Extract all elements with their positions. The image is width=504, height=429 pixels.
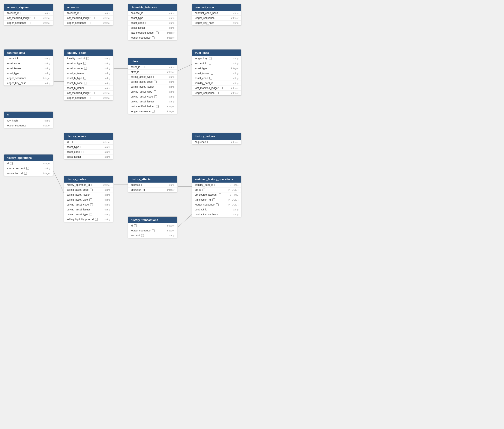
column-name: selling_asset_type: [131, 75, 156, 78]
column-name: address: [131, 183, 144, 187]
key-icon: [154, 80, 157, 83]
column-name: liquidity_pool_id: [195, 183, 217, 187]
table-row: liquidity_pool_idSTRING: [192, 183, 241, 188]
column-type: integer: [167, 71, 174, 73]
key-icon: [216, 203, 219, 206]
table-row: asset_a_typestring: [64, 61, 113, 66]
column-type: string: [105, 87, 110, 89]
table-row: asset_a_issuerstring: [64, 71, 113, 76]
column-type: integer: [103, 92, 110, 94]
column-name: last_modified_ledger: [67, 17, 94, 19]
column-name: account_id: [7, 12, 23, 15]
column-type: STRING: [230, 184, 238, 186]
key-icon: [28, 22, 30, 24]
column-type: string: [105, 151, 110, 153]
table-row: asset_issuerstring: [192, 71, 241, 76]
table-row: contract_code_hashstring: [192, 11, 241, 16]
table-row: ledger_sequenceinteger: [4, 123, 53, 128]
table-row: ledger_sequenceinteger: [4, 21, 53, 25]
column-name: ledger_sequence: [7, 124, 26, 127]
table-ttl: ttlkey_hashstringledger_sequenceinteger: [4, 111, 53, 128]
key-icon: [91, 184, 94, 186]
table-row: selling_asset_typestring: [128, 75, 177, 80]
column-type: string: [169, 66, 174, 68]
table-row: ledger_sequenceinteger: [192, 91, 241, 95]
table-row: asset_b_typestring: [64, 76, 113, 81]
column-name: ledger_sequence: [7, 21, 30, 24]
key-icon: [95, 218, 98, 221]
column-type: string: [45, 67, 50, 70]
table-header-offers: offers: [128, 58, 177, 65]
key-icon: [152, 229, 154, 232]
table-row: selling_asset_typestring: [64, 197, 113, 202]
table-row: ledger_sequenceinteger: [192, 16, 241, 21]
table-row: contract_idstring: [4, 56, 53, 61]
table-row: accountstring: [128, 233, 177, 238]
column-name: last_modified_ledger: [195, 87, 223, 89]
column-name: op_id: [195, 188, 205, 191]
column-type: string: [169, 234, 174, 237]
column-name: asset_code: [67, 151, 84, 153]
key-icon: [152, 110, 154, 113]
column-name: asset_type: [67, 145, 83, 149]
column-type: integer: [231, 141, 238, 143]
key-icon: [154, 95, 157, 98]
column-name: account_id: [67, 12, 83, 15]
column-name: seller_id: [131, 66, 144, 69]
column-type: string: [105, 198, 110, 201]
column-name: asset_code: [131, 21, 148, 24]
table-enriched_history_operations: enriched_history_operationsliquidity_poo…: [192, 176, 241, 217]
table-row: balance_idstring: [128, 11, 177, 16]
table-row: buying_asset_issuerstring: [64, 207, 113, 212]
table-row: transaction_idinteger: [4, 171, 53, 176]
column-name: ledger_sequence: [131, 36, 154, 39]
table-row: last_modified_ledgerinteger: [4, 16, 53, 21]
column-type: string: [169, 12, 174, 14]
table-row: operation_idinteger: [128, 188, 177, 192]
table-row: asset_typestring: [64, 145, 113, 150]
table-header-ttl: ttl: [4, 112, 53, 118]
column-type: integer: [43, 77, 50, 80]
table-row: seller_idstring: [128, 65, 177, 70]
column-name: ledger_sequence: [195, 91, 219, 95]
table-claimable_balances: claimable_balancesbalance_idstringasset_…: [128, 4, 177, 40]
table-row: last_modified_ledgerinteger: [64, 91, 113, 96]
column-type: string: [105, 72, 110, 75]
table-row: idinteger: [128, 223, 177, 228]
key-icon: [154, 90, 156, 93]
key-icon: [92, 17, 94, 19]
key-icon: [86, 57, 89, 60]
table-row: asset_issuerstring: [4, 66, 53, 71]
column-type: integer: [43, 17, 50, 19]
column-name: transaction_id: [195, 198, 215, 201]
column-name: id: [131, 224, 137, 227]
column-type: integer: [43, 124, 50, 127]
table-header-liquidity_pools: liquidity_pools: [64, 50, 113, 56]
column-type: string: [169, 90, 174, 93]
key-icon: [141, 71, 143, 73]
column-type: string: [233, 208, 238, 211]
key-icon: [21, 12, 23, 14]
table-row: ledger_key_hashstring: [4, 81, 53, 86]
column-name: last_modified_ledger: [131, 31, 159, 34]
column-type: string: [169, 22, 174, 24]
column-type: string: [45, 119, 50, 122]
table-row: asset_b_codestring: [64, 81, 113, 86]
column-name: asset_issuer: [195, 72, 213, 75]
column-type: INTEGER: [228, 203, 238, 206]
column-type: integer: [231, 67, 238, 70]
column-type: integer: [103, 22, 110, 24]
key-icon: [84, 67, 87, 70]
svg-line-5: [178, 64, 192, 71]
column-type: string: [169, 184, 174, 186]
column-name: last_modified_ledger: [7, 17, 35, 19]
table-contract_code: contract_codecontract_code_hashstringled…: [192, 4, 241, 26]
column-name: liquidity_pool_id: [195, 82, 213, 85]
table-row: liquidity_pool_idstring: [64, 56, 113, 61]
key-icon: [215, 184, 217, 186]
column-type: string: [233, 82, 238, 84]
column-name: balance_id: [131, 12, 147, 15]
column-name: source_account: [7, 167, 29, 170]
column-type: integer: [231, 87, 238, 89]
column-name: operation_id: [131, 188, 145, 191]
